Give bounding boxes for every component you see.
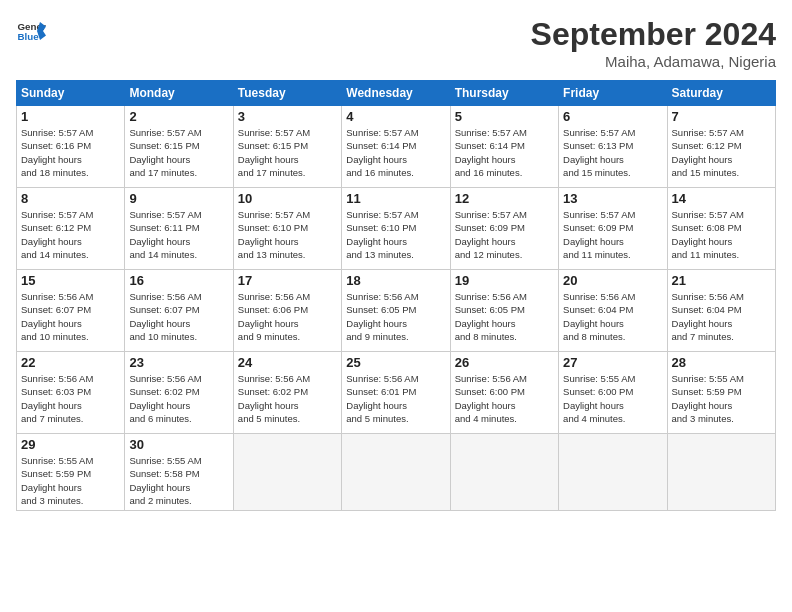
table-row: 4 Sunrise: 5:57 AM Sunset: 6:14 PM Dayli… xyxy=(342,106,450,188)
col-friday: Friday xyxy=(559,81,667,106)
day-number: 18 xyxy=(346,273,445,288)
day-number: 11 xyxy=(346,191,445,206)
day-info: Sunrise: 5:57 AM Sunset: 6:16 PM Dayligh… xyxy=(21,126,120,179)
day-info: Sunrise: 5:56 AM Sunset: 6:01 PM Dayligh… xyxy=(346,372,445,425)
day-info: Sunrise: 5:55 AM Sunset: 5:59 PM Dayligh… xyxy=(672,372,771,425)
day-info: Sunrise: 5:56 AM Sunset: 6:06 PM Dayligh… xyxy=(238,290,337,343)
day-number: 21 xyxy=(672,273,771,288)
table-row: 1 Sunrise: 5:57 AM Sunset: 6:16 PM Dayli… xyxy=(17,106,125,188)
day-number: 15 xyxy=(21,273,120,288)
table-row: 23 Sunrise: 5:56 AM Sunset: 6:02 PM Dayl… xyxy=(125,352,233,434)
day-number: 17 xyxy=(238,273,337,288)
calendar-week-5: 29 Sunrise: 5:55 AM Sunset: 5:59 PM Dayl… xyxy=(17,434,776,511)
col-thursday: Thursday xyxy=(450,81,558,106)
day-info: Sunrise: 5:56 AM Sunset: 6:04 PM Dayligh… xyxy=(672,290,771,343)
table-row xyxy=(233,434,341,511)
calendar-week-1: 1 Sunrise: 5:57 AM Sunset: 6:16 PM Dayli… xyxy=(17,106,776,188)
calendar-table: Sunday Monday Tuesday Wednesday Thursday… xyxy=(16,80,776,511)
table-row: 14 Sunrise: 5:57 AM Sunset: 6:08 PM Dayl… xyxy=(667,188,775,270)
day-number: 29 xyxy=(21,437,120,452)
day-info: Sunrise: 5:56 AM Sunset: 6:05 PM Dayligh… xyxy=(455,290,554,343)
logo-icon: General Blue xyxy=(16,16,46,46)
table-row: 29 Sunrise: 5:55 AM Sunset: 5:59 PM Dayl… xyxy=(17,434,125,511)
col-monday: Monday xyxy=(125,81,233,106)
day-info: Sunrise: 5:57 AM Sunset: 6:13 PM Dayligh… xyxy=(563,126,662,179)
day-info: Sunrise: 5:56 AM Sunset: 6:03 PM Dayligh… xyxy=(21,372,120,425)
day-info: Sunrise: 5:56 AM Sunset: 6:04 PM Dayligh… xyxy=(563,290,662,343)
day-number: 13 xyxy=(563,191,662,206)
month-title: September 2024 xyxy=(531,16,776,53)
day-number: 20 xyxy=(563,273,662,288)
day-info: Sunrise: 5:57 AM Sunset: 6:14 PM Dayligh… xyxy=(346,126,445,179)
table-row: 11 Sunrise: 5:57 AM Sunset: 6:10 PM Dayl… xyxy=(342,188,450,270)
col-saturday: Saturday xyxy=(667,81,775,106)
table-row: 16 Sunrise: 5:56 AM Sunset: 6:07 PM Dayl… xyxy=(125,270,233,352)
table-row: 7 Sunrise: 5:57 AM Sunset: 6:12 PM Dayli… xyxy=(667,106,775,188)
calendar-week-2: 8 Sunrise: 5:57 AM Sunset: 6:12 PM Dayli… xyxy=(17,188,776,270)
day-number: 14 xyxy=(672,191,771,206)
day-info: Sunrise: 5:57 AM Sunset: 6:08 PM Dayligh… xyxy=(672,208,771,261)
day-info: Sunrise: 5:55 AM Sunset: 5:58 PM Dayligh… xyxy=(129,454,228,507)
table-row: 5 Sunrise: 5:57 AM Sunset: 6:14 PM Dayli… xyxy=(450,106,558,188)
header: General Blue September 2024 Maiha, Adama… xyxy=(16,16,776,70)
day-info: Sunrise: 5:56 AM Sunset: 6:02 PM Dayligh… xyxy=(238,372,337,425)
logo: General Blue xyxy=(16,16,46,46)
day-info: Sunrise: 5:57 AM Sunset: 6:09 PM Dayligh… xyxy=(563,208,662,261)
table-row: 26 Sunrise: 5:56 AM Sunset: 6:00 PM Dayl… xyxy=(450,352,558,434)
day-number: 9 xyxy=(129,191,228,206)
table-row: 12 Sunrise: 5:57 AM Sunset: 6:09 PM Dayl… xyxy=(450,188,558,270)
day-info: Sunrise: 5:57 AM Sunset: 6:09 PM Dayligh… xyxy=(455,208,554,261)
table-row: 22 Sunrise: 5:56 AM Sunset: 6:03 PM Dayl… xyxy=(17,352,125,434)
day-number: 8 xyxy=(21,191,120,206)
day-info: Sunrise: 5:56 AM Sunset: 6:05 PM Dayligh… xyxy=(346,290,445,343)
day-number: 3 xyxy=(238,109,337,124)
table-row: 19 Sunrise: 5:56 AM Sunset: 6:05 PM Dayl… xyxy=(450,270,558,352)
day-number: 28 xyxy=(672,355,771,370)
table-row: 2 Sunrise: 5:57 AM Sunset: 6:15 PM Dayli… xyxy=(125,106,233,188)
day-number: 30 xyxy=(129,437,228,452)
col-tuesday: Tuesday xyxy=(233,81,341,106)
table-row: 17 Sunrise: 5:56 AM Sunset: 6:06 PM Dayl… xyxy=(233,270,341,352)
day-number: 7 xyxy=(672,109,771,124)
day-info: Sunrise: 5:56 AM Sunset: 6:07 PM Dayligh… xyxy=(129,290,228,343)
table-row: 8 Sunrise: 5:57 AM Sunset: 6:12 PM Dayli… xyxy=(17,188,125,270)
page: General Blue September 2024 Maiha, Adama… xyxy=(0,0,792,612)
day-number: 26 xyxy=(455,355,554,370)
table-row: 15 Sunrise: 5:56 AM Sunset: 6:07 PM Dayl… xyxy=(17,270,125,352)
day-number: 12 xyxy=(455,191,554,206)
table-row: 13 Sunrise: 5:57 AM Sunset: 6:09 PM Dayl… xyxy=(559,188,667,270)
day-info: Sunrise: 5:57 AM Sunset: 6:11 PM Dayligh… xyxy=(129,208,228,261)
table-row: 21 Sunrise: 5:56 AM Sunset: 6:04 PM Dayl… xyxy=(667,270,775,352)
day-number: 27 xyxy=(563,355,662,370)
table-row: 3 Sunrise: 5:57 AM Sunset: 6:15 PM Dayli… xyxy=(233,106,341,188)
day-info: Sunrise: 5:57 AM Sunset: 6:15 PM Dayligh… xyxy=(238,126,337,179)
day-number: 19 xyxy=(455,273,554,288)
table-row: 6 Sunrise: 5:57 AM Sunset: 6:13 PM Dayli… xyxy=(559,106,667,188)
day-info: Sunrise: 5:56 AM Sunset: 6:02 PM Dayligh… xyxy=(129,372,228,425)
day-info: Sunrise: 5:55 AM Sunset: 5:59 PM Dayligh… xyxy=(21,454,120,507)
table-row: 28 Sunrise: 5:55 AM Sunset: 5:59 PM Dayl… xyxy=(667,352,775,434)
subtitle: Maiha, Adamawa, Nigeria xyxy=(531,53,776,70)
day-number: 2 xyxy=(129,109,228,124)
table-row: 9 Sunrise: 5:57 AM Sunset: 6:11 PM Dayli… xyxy=(125,188,233,270)
calendar-week-3: 15 Sunrise: 5:56 AM Sunset: 6:07 PM Dayl… xyxy=(17,270,776,352)
day-number: 23 xyxy=(129,355,228,370)
table-row xyxy=(342,434,450,511)
calendar-header-row: Sunday Monday Tuesday Wednesday Thursday… xyxy=(17,81,776,106)
day-number: 24 xyxy=(238,355,337,370)
table-row: 25 Sunrise: 5:56 AM Sunset: 6:01 PM Dayl… xyxy=(342,352,450,434)
calendar-week-4: 22 Sunrise: 5:56 AM Sunset: 6:03 PM Dayl… xyxy=(17,352,776,434)
svg-text:Blue: Blue xyxy=(18,31,40,42)
day-info: Sunrise: 5:57 AM Sunset: 6:14 PM Dayligh… xyxy=(455,126,554,179)
table-row xyxy=(559,434,667,511)
table-row: 24 Sunrise: 5:56 AM Sunset: 6:02 PM Dayl… xyxy=(233,352,341,434)
col-sunday: Sunday xyxy=(17,81,125,106)
day-number: 10 xyxy=(238,191,337,206)
day-info: Sunrise: 5:57 AM Sunset: 6:15 PM Dayligh… xyxy=(129,126,228,179)
day-number: 5 xyxy=(455,109,554,124)
day-number: 1 xyxy=(21,109,120,124)
day-info: Sunrise: 5:57 AM Sunset: 6:12 PM Dayligh… xyxy=(672,126,771,179)
day-number: 6 xyxy=(563,109,662,124)
table-row: 18 Sunrise: 5:56 AM Sunset: 6:05 PM Dayl… xyxy=(342,270,450,352)
day-info: Sunrise: 5:55 AM Sunset: 6:00 PM Dayligh… xyxy=(563,372,662,425)
